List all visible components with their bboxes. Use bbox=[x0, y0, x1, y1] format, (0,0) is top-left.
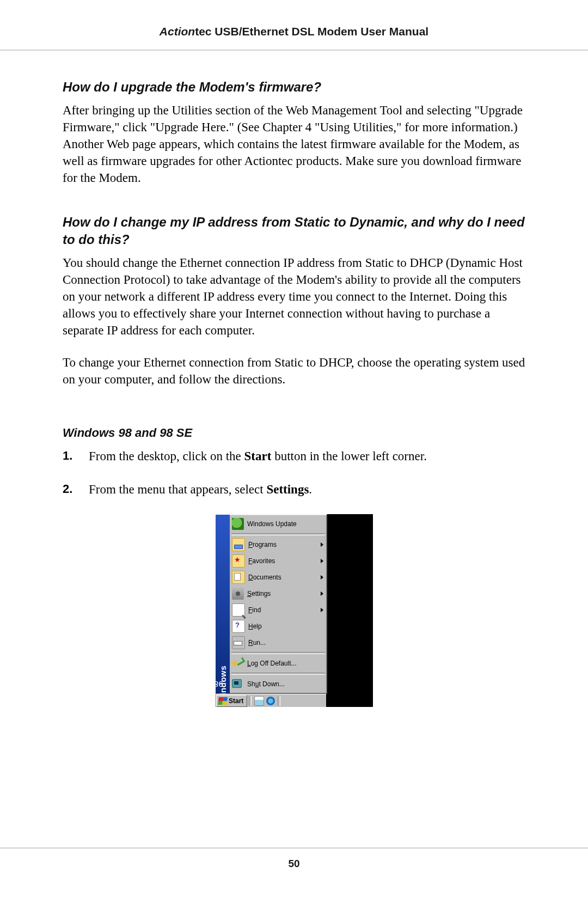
page-number: 50 bbox=[0, 858, 588, 870]
menu-item-help[interactable]: Help bbox=[230, 618, 327, 635]
programs-icon bbox=[232, 538, 245, 551]
start-menu: Windows98 Windows Update Programs bbox=[215, 514, 327, 694]
submenu-arrow-icon bbox=[321, 559, 323, 563]
win98-start-menu-figure: Windows98 Windows Update Programs bbox=[215, 514, 373, 707]
menu-separator bbox=[231, 652, 325, 654]
menu-label-favorites: Favorites bbox=[248, 557, 323, 565]
menu-label-settings: Settings bbox=[247, 590, 323, 597]
help-icon bbox=[232, 620, 245, 633]
find-icon bbox=[232, 603, 245, 617]
menu-item-run[interactable]: Run... bbox=[230, 635, 327, 651]
menu-label-find: Find bbox=[248, 606, 323, 614]
section1-heading: How do I upgrade the Modem's firmware? bbox=[63, 78, 525, 95]
menu-label-documents: Documents bbox=[248, 574, 323, 581]
desktop-black-area bbox=[327, 514, 373, 694]
section3-heading: Windows 98 and 98 SE bbox=[63, 426, 525, 440]
windows-flag-icon bbox=[218, 697, 228, 705]
show-desktop-icon[interactable] bbox=[254, 696, 264, 706]
start-button-label: Start bbox=[229, 697, 243, 705]
taskbar-separator bbox=[249, 696, 252, 706]
menu-label-run: Run... bbox=[248, 639, 323, 646]
taskbar-black-area bbox=[326, 694, 373, 707]
taskbar-separator bbox=[278, 696, 280, 706]
step2-bold: Settings bbox=[266, 483, 309, 496]
header-title-rest: USB/Ethernet DSL Modem User Manual bbox=[212, 25, 429, 38]
menu-label-help: Help bbox=[248, 623, 323, 630]
menu-item-favorites[interactable]: Favorites bbox=[230, 553, 327, 569]
step1-post: button in the lower left corner. bbox=[271, 449, 427, 463]
step2-pre: From the menu that appears, select bbox=[89, 483, 266, 496]
run-icon bbox=[232, 636, 245, 649]
step-1: From the desktop, click on the Start but… bbox=[63, 448, 525, 465]
start-menu-list: Windows Update Programs Favorites bbox=[230, 515, 327, 693]
section2-body1: You should change the Ethernet connectio… bbox=[63, 254, 525, 339]
internet-explorer-icon[interactable] bbox=[266, 697, 275, 705]
menu-item-shutdown[interactable]: Shut Down... bbox=[230, 676, 327, 692]
start-menu-banner: Windows98 bbox=[216, 515, 230, 693]
banner-rest: 98 bbox=[213, 680, 223, 689]
win98-screenshot: Windows98 Windows Update Programs bbox=[215, 514, 373, 707]
step1-pre: From the desktop, click on the bbox=[89, 449, 244, 463]
content-area: How do I upgrade the Modem's firmware? A… bbox=[0, 51, 588, 707]
menu-label-logoff: Log Off Default... bbox=[247, 660, 323, 667]
menu-label-windows-update: Windows Update bbox=[247, 520, 323, 528]
menu-label-shutdown: Shut Down... bbox=[247, 680, 323, 688]
submenu-arrow-icon bbox=[321, 542, 323, 547]
menu-item-documents[interactable]: Documents bbox=[230, 569, 327, 585]
step1-bold: Start bbox=[244, 449, 272, 463]
brand-italic: Action bbox=[160, 25, 195, 38]
menu-item-programs[interactable]: Programs bbox=[230, 536, 327, 553]
menu-item-find[interactable]: Find bbox=[230, 602, 327, 618]
brand-suffix: tec bbox=[195, 25, 211, 38]
footer-rule bbox=[0, 847, 588, 849]
windows-update-icon bbox=[232, 518, 244, 530]
menu-item-settings[interactable]: Settings bbox=[230, 585, 327, 602]
menu-separator bbox=[231, 533, 325, 535]
menu-separator bbox=[231, 673, 325, 675]
logoff-icon bbox=[232, 657, 244, 669]
menu-label-programs: Programs bbox=[248, 541, 323, 548]
step-2: From the menu that appears, select Setti… bbox=[63, 481, 525, 498]
page-header: Actiontec USB/Ethernet DSL Modem User Ma… bbox=[0, 0, 588, 38]
steps-list: From the desktop, click on the Start but… bbox=[63, 448, 525, 498]
documents-icon bbox=[232, 571, 245, 584]
section2-heading: How do I change my IP address from Stati… bbox=[63, 213, 525, 247]
favorites-icon bbox=[232, 554, 245, 568]
settings-icon bbox=[232, 588, 244, 600]
section1-body: After bringing up the Utilities section … bbox=[63, 102, 525, 186]
step2-post: . bbox=[309, 483, 312, 496]
taskbar: Start bbox=[215, 694, 326, 707]
start-button[interactable]: Start bbox=[216, 695, 247, 707]
shutdown-icon bbox=[232, 678, 244, 690]
menu-item-logoff[interactable]: Log Off Default... bbox=[230, 655, 327, 672]
section2-body2: To change your Ethernet connection from … bbox=[63, 354, 525, 388]
submenu-arrow-icon bbox=[321, 591, 323, 596]
menu-item-windows-update[interactable]: Windows Update bbox=[230, 516, 327, 532]
submenu-arrow-icon bbox=[321, 608, 323, 612]
submenu-arrow-icon bbox=[321, 575, 323, 579]
